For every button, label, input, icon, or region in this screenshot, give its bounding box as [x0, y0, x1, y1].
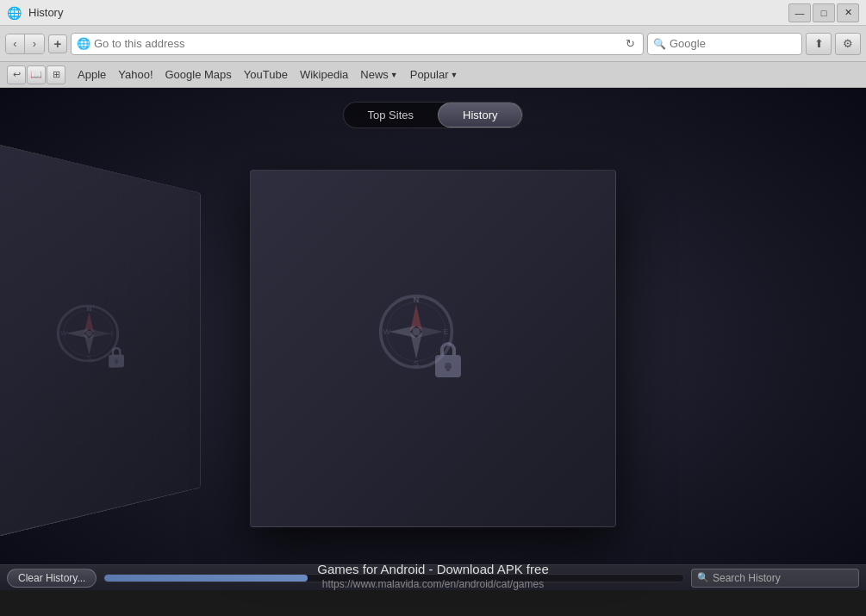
search-history-icon: 🔍: [697, 572, 709, 583]
search-input[interactable]: [670, 37, 814, 50]
share-button[interactable]: ⬆: [806, 33, 832, 55]
svg-rect-27: [446, 366, 450, 371]
tab-top-sites[interactable]: Top Sites: [344, 103, 438, 128]
page-title: Games for Android - Download APK free: [317, 562, 548, 576]
bookmark-google-maps[interactable]: Google Maps: [160, 66, 237, 83]
reading-list-icon[interactable]: 📖: [27, 65, 46, 84]
tab-switcher: Top Sites History: [343, 102, 524, 128]
page-info: Games for Android - Download APK free ht…: [317, 562, 548, 590]
search-history-bar[interactable]: 🔍 Search History: [691, 569, 859, 588]
back-button[interactable]: ‹: [6, 34, 25, 53]
compass-icon-main: N S E W: [377, 293, 489, 405]
progress-bar-fill: [104, 575, 307, 582]
history-card-back[interactable]: N S E W: [0, 132, 201, 548]
main-content: Top Sites History N S: [0, 88, 866, 590]
svg-text:E: E: [111, 329, 115, 336]
svg-text:W: W: [383, 327, 390, 335]
bookmark-popular[interactable]: Popular ▼: [405, 66, 464, 83]
bookmark-news[interactable]: News ▼: [355, 66, 402, 83]
dropdown-arrow-icon: ▼: [390, 71, 398, 79]
address-input[interactable]: [94, 37, 619, 50]
bookmark-yahoo[interactable]: Yahoo!: [113, 66, 158, 83]
grid-icon[interactable]: ⊞: [47, 65, 65, 84]
search-history-text: Search History: [713, 572, 781, 584]
svg-point-20: [412, 327, 420, 335]
page-url: https://www.malavida.com/en/android/cat/…: [317, 578, 548, 590]
address-icon: 🌐: [77, 37, 90, 50]
minimize-button[interactable]: —: [788, 3, 811, 22]
title-bar: 🌐 History — □ ✕: [0, 0, 866, 26]
nav-bar: ‹ › + 🌐 ↻ 🔍 ⬆ ⚙: [0, 26, 866, 62]
history-card-main[interactable]: N S E W: [250, 170, 616, 527]
close-button[interactable]: ✕: [837, 3, 859, 22]
maximize-button[interactable]: □: [813, 3, 835, 22]
settings-button[interactable]: ⚙: [835, 33, 861, 55]
refresh-button[interactable]: ↻: [622, 36, 638, 52]
window-controls: — □ ✕: [788, 3, 859, 22]
bookmark-wikipedia[interactable]: Wikipedia: [295, 66, 353, 83]
forward-button[interactable]: ›: [25, 34, 44, 53]
svg-text:N: N: [87, 304, 92, 311]
svg-text:N: N: [413, 295, 419, 303]
address-bar[interactable]: 🌐 ↻: [71, 33, 644, 55]
bookmark-apple[interactable]: Apple: [72, 66, 111, 83]
svg-text:E: E: [443, 327, 448, 335]
cards-area: N S E W: [0, 128, 866, 551]
tab-history[interactable]: History: [438, 103, 522, 128]
search-icon: 🔍: [653, 38, 666, 50]
title-bar-icon: 🌐: [7, 6, 22, 20]
title-bar-title: History: [28, 6, 782, 19]
bookmark-youtube[interactable]: YouTube: [239, 66, 293, 83]
compass-icon-small: N S E W: [55, 302, 134, 378]
back-history-icon[interactable]: ↩: [7, 65, 26, 84]
svg-text:W: W: [60, 328, 67, 335]
clear-history-button[interactable]: Clear History...: [7, 569, 97, 588]
search-bar[interactable]: 🔍: [647, 33, 802, 55]
svg-text:S: S: [87, 353, 91, 360]
back-forward-group: ‹ ›: [5, 34, 45, 54]
bookmarks-bar: ↩ 📖 ⊞ Apple Yahoo! Google Maps YouTube W…: [0, 62, 866, 88]
add-tab-button[interactable]: +: [48, 34, 67, 53]
svg-text:S: S: [413, 358, 418, 367]
bookmark-icons: ↩ 📖 ⊞: [7, 65, 65, 84]
dropdown-arrow-icon: ▼: [451, 71, 458, 79]
